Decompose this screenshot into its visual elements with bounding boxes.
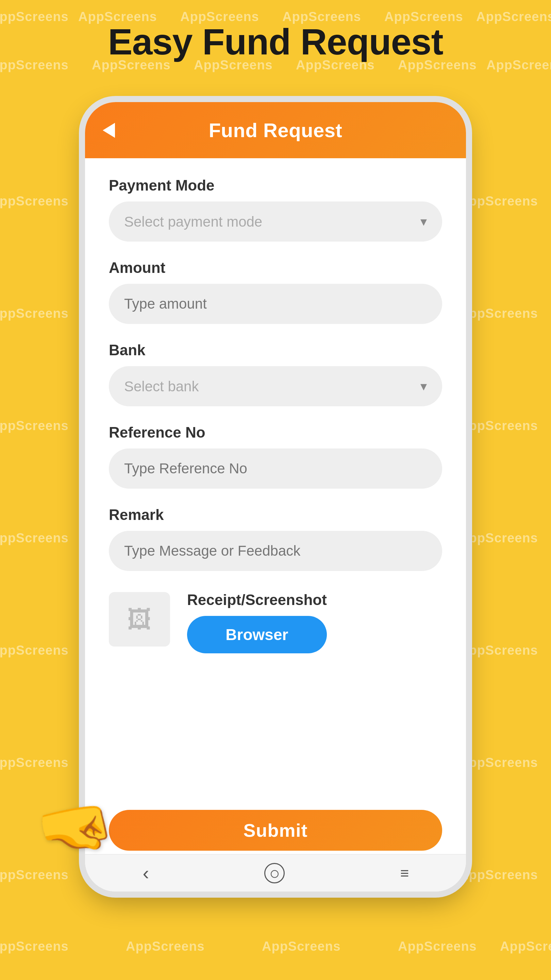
payment-mode-select-wrapper: Select payment mode Bank Transfer Cash O… — [109, 202, 442, 242]
payment-mode-group: Payment Mode Select payment mode Bank Tr… — [109, 177, 442, 242]
watermark: AppScreens — [459, 643, 538, 658]
bank-label: Bank — [109, 342, 442, 359]
header-title: Fund Request — [209, 119, 343, 142]
reference-label: Reference No — [109, 424, 442, 441]
bottom-spacer — [109, 669, 442, 750]
watermark: AppScreens — [500, 939, 551, 954]
nav-menu-icon[interactable]: ≡ — [400, 865, 408, 882]
watermark: AppScreens — [459, 868, 538, 882]
amount-label: Amount — [109, 259, 442, 276]
image-placeholder-icon: 🖼 — [127, 605, 152, 633]
watermark: AppScreens — [459, 531, 538, 546]
receipt-label: Receipt/Screenshot — [187, 592, 327, 608]
bank-group: Bank Select bank Bank A Bank B Bank C ▾ — [109, 342, 442, 406]
watermark: AppScreens — [0, 531, 69, 546]
watermark: AppScreens — [459, 418, 538, 433]
watermark: AppScreens — [0, 756, 69, 770]
watermark: AppScreens — [459, 756, 538, 770]
submit-button-container: Submit — [85, 810, 466, 851]
receipt-row: 🖼 Receipt/Screenshot Browser — [109, 589, 442, 653]
back-arrow-icon — [103, 123, 115, 138]
remark-label: Remark — [109, 506, 442, 523]
back-button[interactable] — [98, 120, 119, 140]
hand-decoration: 🤜 — [32, 786, 119, 870]
nav-home-icon[interactable]: ○ — [264, 863, 285, 883]
nav-back-icon[interactable]: ‹ — [143, 862, 149, 884]
reference-group: Reference No — [109, 424, 442, 488]
watermark: AppScreens — [0, 868, 69, 882]
receipt-image-placeholder[interactable]: 🖼 — [109, 592, 170, 646]
watermark: AppScreens — [459, 194, 538, 208]
watermark: AppScreens — [0, 939, 69, 954]
page-title: Easy Fund Request — [0, 21, 551, 63]
bottom-nav: ‹ ○ ≡ — [85, 854, 466, 891]
reference-input[interactable] — [109, 449, 442, 488]
phone-frame: Fund Request Payment Mode Select payment… — [85, 102, 466, 891]
watermark: AppScreens — [262, 939, 341, 954]
browser-button[interactable]: Browser — [187, 616, 327, 653]
receipt-right: Receipt/Screenshot Browser — [187, 589, 327, 653]
form-content: Payment Mode Select payment mode Bank Tr… — [85, 158, 466, 891]
bank-select-wrapper: Select bank Bank A Bank B Bank C ▾ — [109, 366, 442, 406]
payment-mode-select[interactable]: Select payment mode Bank Transfer Cash O… — [109, 202, 442, 242]
watermark: AppScreens — [459, 306, 538, 321]
receipt-section: 🖼 Receipt/Screenshot Browser — [109, 589, 442, 653]
watermark: AppScreens — [0, 194, 69, 208]
amount-group: Amount — [109, 259, 442, 324]
watermark: AppScreens — [398, 939, 477, 954]
watermark: AppScreens — [0, 306, 69, 321]
watermark: AppScreens — [0, 418, 69, 433]
amount-input[interactable] — [109, 284, 442, 324]
watermark: AppScreens — [126, 939, 205, 954]
app-header: Fund Request — [85, 102, 466, 158]
remark-group: Remark — [109, 506, 442, 571]
submit-button[interactable]: Submit — [109, 810, 442, 851]
bank-select[interactable]: Select bank Bank A Bank B Bank C — [109, 366, 442, 406]
watermark: AppScreens — [0, 643, 69, 658]
payment-mode-label: Payment Mode — [109, 177, 442, 194]
remark-input[interactable] — [109, 531, 442, 571]
